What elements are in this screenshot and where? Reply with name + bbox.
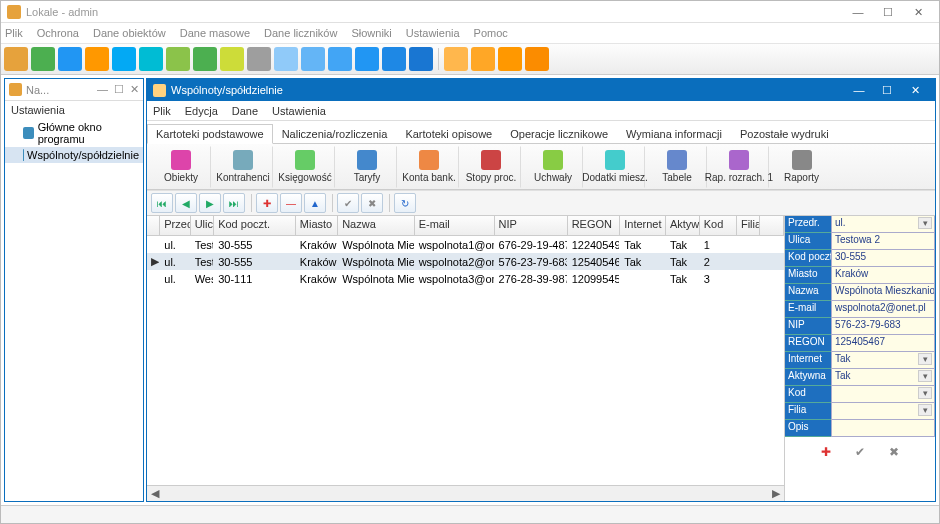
toolbar-button[interactable]: Dodatki miesz. xyxy=(585,146,645,188)
toolbar-button[interactable]: Rap. rozrach. 1 xyxy=(709,146,769,188)
next-button[interactable]: ▶ xyxy=(199,193,221,213)
first-button[interactable]: ⏮ xyxy=(151,193,173,213)
toolbar-button[interactable]: Taryfy xyxy=(337,146,397,188)
table-row[interactable]: ul.Testowa 130-555KrakówWspólnota Mieszk… xyxy=(147,236,784,253)
tab[interactable]: Naliczenia/rozliczenia xyxy=(273,124,397,144)
nav-item[interactable]: Główne okno programu xyxy=(5,119,143,147)
column-header[interactable]: Miasto xyxy=(296,216,338,235)
tab[interactable]: Operacje licznikowe xyxy=(501,124,617,144)
toolbar-icon[interactable] xyxy=(247,47,271,71)
column-header[interactable]: Przedr. xyxy=(160,216,190,235)
toolbar-button[interactable]: Tabele xyxy=(647,146,707,188)
main-menu-item[interactable]: Dane masowe xyxy=(180,27,250,39)
column-header[interactable]: Ulica xyxy=(191,216,215,235)
detail-action-button[interactable]: ✚ xyxy=(821,445,831,459)
main-menu-item[interactable]: Dane obiektów xyxy=(93,27,166,39)
remove-button[interactable]: — xyxy=(280,193,302,213)
table-row[interactable]: ▶ul.Testowa 230-555KrakówWspólnota Miesz… xyxy=(147,253,784,270)
main-menu-item[interactable]: Plik xyxy=(5,27,23,39)
last-button[interactable]: ⏭ xyxy=(223,193,245,213)
sub-close-button[interactable]: ✕ xyxy=(901,84,929,97)
toolbar-icon[interactable] xyxy=(328,47,352,71)
detail-input[interactable]: Kraków xyxy=(831,267,935,284)
detail-input[interactable]: 576-23-79-683 xyxy=(831,318,935,335)
sub-menu-item[interactable]: Dane xyxy=(232,105,258,117)
add-button[interactable]: ✚ xyxy=(256,193,278,213)
tab[interactable]: Pozostałe wydruki xyxy=(731,124,838,144)
column-header[interactable]: Kod xyxy=(700,216,737,235)
detail-input[interactable]: Tak xyxy=(831,352,935,369)
toolbar-icon[interactable] xyxy=(498,47,522,71)
toolbar-icon[interactable] xyxy=(85,47,109,71)
confirm-button[interactable]: ✔ xyxy=(337,193,359,213)
detail-input[interactable]: 30-555 xyxy=(831,250,935,267)
column-header[interactable]: NIP xyxy=(495,216,568,235)
detail-input[interactable]: Testowa 2 xyxy=(831,233,935,250)
refresh-button[interactable]: ↻ xyxy=(394,193,416,213)
detail-action-button[interactable]: ✔ xyxy=(855,445,865,459)
nav-close-button[interactable]: ✕ xyxy=(130,83,139,96)
maximize-button[interactable]: ☐ xyxy=(873,2,903,22)
detail-input[interactable]: Wspólnota Mieszkaniowa xyxy=(831,284,935,301)
toolbar-icon[interactable] xyxy=(525,47,549,71)
detail-input[interactable]: 125405467 xyxy=(831,335,935,352)
toolbar-icon[interactable] xyxy=(409,47,433,71)
detail-input[interactable]: Tak xyxy=(831,369,935,386)
detail-input[interactable]: ul. xyxy=(831,216,935,233)
main-menu-item[interactable]: Ustawienia xyxy=(406,27,460,39)
toolbar-icon[interactable] xyxy=(58,47,82,71)
detail-input[interactable] xyxy=(831,403,935,420)
toolbar-icon[interactable] xyxy=(274,47,298,71)
tab[interactable]: Wymiana informacji xyxy=(617,124,731,144)
toolbar-button[interactable]: Obiekty xyxy=(151,146,211,188)
h-scrollbar[interactable]: ◀▶ xyxy=(147,485,784,501)
toolbar-button[interactable]: Kontrahenci xyxy=(213,146,273,188)
toolbar-icon[interactable] xyxy=(382,47,406,71)
close-button[interactable]: ✕ xyxy=(903,2,933,22)
column-header[interactable]: Internet xyxy=(620,216,666,235)
toolbar-button[interactable]: Raporty xyxy=(771,146,831,188)
cancel-button[interactable]: ✖ xyxy=(361,193,383,213)
column-header[interactable]: Filia xyxy=(737,216,761,235)
toolbar-button[interactable]: Księgowość xyxy=(275,146,335,188)
tab[interactable]: Kartoteki opisowe xyxy=(396,124,501,144)
nav-item[interactable]: Wspólnoty/spółdzielnie xyxy=(5,147,143,163)
toolbar-icon[interactable] xyxy=(444,47,468,71)
toolbar-icon[interactable] xyxy=(471,47,495,71)
nav-maximize-button[interactable]: ☐ xyxy=(114,83,124,96)
detail-input[interactable] xyxy=(831,420,935,437)
column-header[interactable]: Aktywna xyxy=(666,216,700,235)
column-header[interactable]: REGON xyxy=(568,216,621,235)
sub-maximize-button[interactable]: ☐ xyxy=(873,84,901,97)
nav-minimize-button[interactable]: — xyxy=(97,83,108,96)
sub-menu-item[interactable]: Plik xyxy=(153,105,171,117)
sub-minimize-button[interactable]: — xyxy=(845,84,873,97)
toolbar-icon[interactable] xyxy=(112,47,136,71)
toolbar-button[interactable]: Uchwały xyxy=(523,146,583,188)
column-header[interactable] xyxy=(760,216,784,235)
toolbar-icon[interactable] xyxy=(166,47,190,71)
toolbar-button[interactable]: Stopy proc. xyxy=(461,146,521,188)
main-menu-item[interactable]: Słowniki xyxy=(351,27,391,39)
toolbar-button[interactable]: Konta bank. xyxy=(399,146,459,188)
main-menu-item[interactable]: Pomoc xyxy=(474,27,508,39)
column-header[interactable]: Kod poczt. xyxy=(214,216,296,235)
minimize-button[interactable]: — xyxy=(843,2,873,22)
data-grid[interactable]: Przedr.UlicaKod poczt.MiastoNazwaE-mailN… xyxy=(147,216,785,501)
sub-menu-item[interactable]: Ustawienia xyxy=(272,105,326,117)
column-header[interactable]: E-mail xyxy=(415,216,495,235)
column-header[interactable]: Nazwa xyxy=(338,216,415,235)
table-row[interactable]: ul.Wesoła 1230-111KrakówWspólnota Mieszk… xyxy=(147,270,784,287)
detail-action-button[interactable]: ✖ xyxy=(889,445,899,459)
toolbar-icon[interactable] xyxy=(193,47,217,71)
toolbar-icon[interactable] xyxy=(31,47,55,71)
main-menu-item[interactable]: Ochrona xyxy=(37,27,79,39)
edit-button[interactable]: ▲ xyxy=(304,193,326,213)
tab[interactable]: Kartoteki podstawowe xyxy=(147,124,273,144)
detail-input[interactable] xyxy=(831,386,935,403)
toolbar-icon[interactable] xyxy=(139,47,163,71)
detail-input[interactable]: wspolnota2@onet.pl xyxy=(831,301,935,318)
sub-menu-item[interactable]: Edycja xyxy=(185,105,218,117)
prev-button[interactable]: ◀ xyxy=(175,193,197,213)
toolbar-icon[interactable] xyxy=(220,47,244,71)
